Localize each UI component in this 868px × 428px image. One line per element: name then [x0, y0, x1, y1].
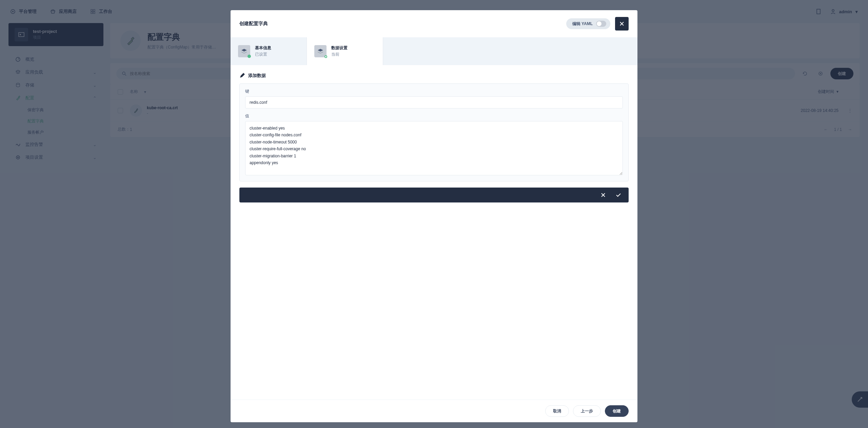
- step-status: 当前: [331, 52, 348, 57]
- value-label: 值: [245, 113, 623, 119]
- action-bar: [239, 188, 629, 202]
- modal-title: 创建配置字典: [239, 21, 268, 27]
- action-cancel-icon[interactable]: [601, 193, 606, 197]
- key-label: 键: [245, 89, 623, 94]
- step-name: 数据设置: [331, 45, 348, 51]
- modal: 创建配置字典 编辑 YAML 基本信息 已设置: [231, 10, 637, 422]
- modal-overlay: 创建配置字典 编辑 YAML 基本信息 已设置: [0, 0, 868, 428]
- pen-icon: [239, 73, 245, 78]
- step-basic[interactable]: 基本信息 已设置: [231, 37, 307, 65]
- modal-steps: 基本信息 已设置 数据设置 当前: [231, 37, 637, 65]
- value-textarea[interactable]: [245, 121, 623, 175]
- step-status: 已设置: [255, 52, 271, 57]
- layers-icon: [314, 45, 327, 57]
- layers-icon: [238, 45, 250, 57]
- create-button[interactable]: 创建: [605, 405, 629, 417]
- action-confirm-icon[interactable]: [616, 193, 621, 197]
- section-title-text: 添加数据: [248, 73, 266, 79]
- section-title: 添加数据: [239, 73, 629, 79]
- form-panel: 键 值: [239, 83, 629, 181]
- modal-close-button[interactable]: [615, 17, 629, 31]
- step-data[interactable]: 数据设置 当前: [307, 37, 383, 65]
- switch-icon: [596, 21, 606, 27]
- yaml-label: 编辑 YAML: [572, 21, 593, 27]
- modal-header: 创建配置字典 编辑 YAML: [231, 10, 637, 37]
- modal-body: 添加数据 键 值: [231, 65, 637, 400]
- prev-button[interactable]: 上一步: [573, 405, 601, 417]
- modal-footer: 取消 上一步 创建: [231, 400, 637, 422]
- key-input[interactable]: [245, 96, 623, 109]
- step-name: 基本信息: [255, 45, 271, 51]
- cancel-button[interactable]: 取消: [545, 405, 569, 417]
- yaml-toggle[interactable]: 编辑 YAML: [566, 18, 610, 29]
